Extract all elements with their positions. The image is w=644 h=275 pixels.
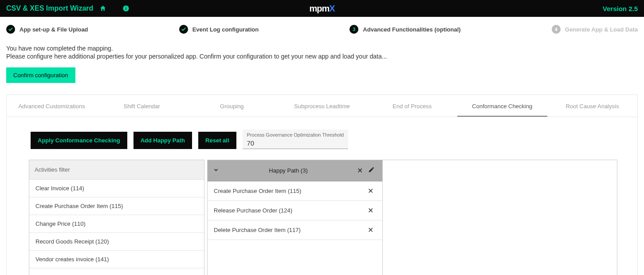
list-item[interactable]: Create Purchase Order Item (115): [29, 197, 204, 215]
version-label: Version 2.5: [603, 5, 638, 12]
list-item[interactable]: Change Price (110): [29, 215, 204, 233]
tabs: Advanced Customizations Shift Calendar G…: [7, 95, 637, 117]
activities-header: Activities filter: [29, 160, 204, 180]
topbar: CSV & XES Import Wizard mpmX Version 2.5: [0, 0, 644, 17]
tab-advanced-customizations[interactable]: Advanced Customizations: [7, 97, 97, 117]
svg-rect-2: [126, 7, 126, 7]
intro-line1: You have now completed the mapping.: [6, 44, 638, 52]
svg-rect-1: [126, 8, 126, 10]
happy-path-item-label: Delete Purchase Order Item (117): [214, 227, 365, 233]
remove-icon[interactable]: ✕: [365, 206, 376, 215]
step-4-number: 4: [552, 25, 561, 34]
intro-section: You have now completed the mapping. Plea…: [0, 40, 644, 90]
right-empty-panel: [382, 160, 617, 275]
tab-grouping[interactable]: Grouping: [187, 97, 277, 117]
happy-path-item[interactable]: Create Purchase Order Item (115) ✕: [208, 181, 382, 201]
activities-list[interactable]: Clear Invoice (114) Create Purchase Orde…: [29, 180, 204, 275]
list-item[interactable]: Clear Invoice (114): [29, 180, 204, 197]
tab-end-of-process[interactable]: End of Process: [367, 97, 457, 117]
happy-path-item[interactable]: Delete Purchase Order Item (117) ✕: [208, 220, 382, 240]
step-4[interactable]: 4 Generate App & Load Data: [552, 25, 638, 34]
check-icon: [6, 25, 15, 34]
happy-path-panel: Happy Path (3) ✕ Create Purchase Order I…: [207, 160, 383, 275]
stepper: App set-up & File Upload Event Log confi…: [0, 17, 644, 40]
check-icon: [179, 25, 188, 34]
step-3-label: Advanced Functionalities (optional): [363, 26, 460, 33]
list-item[interactable]: Record Goods Receipt (120): [29, 233, 204, 251]
happy-path-item-label: Create Purchase Order Item (115): [214, 188, 365, 194]
remove-icon[interactable]: ✕: [365, 226, 376, 234]
info-icon[interactable]: [122, 5, 130, 12]
step-3-number: 3: [349, 25, 358, 34]
config-card: Advanced Customizations Shift Calendar G…: [6, 94, 638, 275]
happy-path-title: Happy Path (3): [223, 167, 354, 174]
chevron-down-icon[interactable]: [213, 167, 219, 174]
threshold-field[interactable]: Process Governance Optimization Threshol…: [243, 130, 349, 149]
step-4-label: Generate App & Load Data: [565, 26, 638, 33]
add-happy-path-button[interactable]: Add Happy Path: [134, 132, 192, 149]
list-item[interactable]: Vendor creates invoice (141): [29, 251, 204, 268]
confirm-configuration-button[interactable]: Confirm configuration: [6, 67, 75, 83]
step-2-label: Event Log configuration: [192, 26, 259, 33]
conformance-controls: Apply Conformance Checking Add Happy Pat…: [7, 117, 637, 155]
step-1-label: App set-up & File Upload: [20, 26, 88, 33]
happy-path-header[interactable]: Happy Path (3) ✕: [208, 160, 382, 181]
tab-conformance-checking[interactable]: Conformance Checking: [457, 97, 547, 117]
happy-path-item-label: Release Purchase Order (124): [214, 207, 365, 214]
logo-text: mpm: [309, 4, 329, 13]
threshold-input[interactable]: [247, 138, 344, 147]
happy-path-empty-area: [208, 240, 382, 275]
remove-icon[interactable]: ✕: [365, 187, 376, 195]
apply-conformance-button[interactable]: Apply Conformance Checking: [31, 132, 127, 149]
tab-subprocess-leadtime[interactable]: Subprocess Leadtime: [277, 97, 367, 117]
panels: Activities filter Clear Invoice (114) Cr…: [7, 155, 637, 275]
happy-path-item[interactable]: Release Purchase Order (124) ✕: [208, 201, 382, 220]
logo: mpmX: [309, 4, 334, 14]
edit-icon[interactable]: [365, 166, 377, 175]
activities-panel: Activities filter Clear Invoice (114) Cr…: [29, 160, 204, 275]
close-icon[interactable]: ✕: [354, 166, 365, 175]
step-1[interactable]: App set-up & File Upload: [6, 25, 88, 34]
tab-shift-calendar[interactable]: Shift Calendar: [97, 97, 187, 117]
logo-x: X: [329, 4, 334, 13]
reset-all-button[interactable]: Reset all: [198, 132, 236, 149]
tab-root-cause-analysis[interactable]: Root Cause Analysis: [547, 97, 637, 117]
intro-line2: Please configure here additional propert…: [6, 52, 638, 60]
app-title: CSV & XES Import Wizard: [6, 4, 93, 12]
home-icon[interactable]: [99, 5, 106, 12]
threshold-label: Process Governance Optimization Threshol…: [247, 132, 344, 138]
step-3[interactable]: 3 Advanced Functionalities (optional): [349, 25, 460, 34]
step-2[interactable]: Event Log configuration: [179, 25, 259, 34]
list-item[interactable]: Receive Order Confirmation (119): [29, 268, 204, 275]
